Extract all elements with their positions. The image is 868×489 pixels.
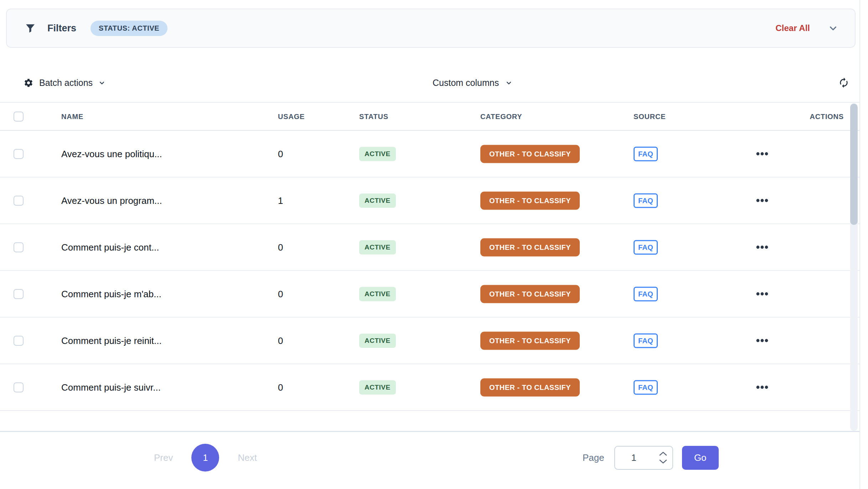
row-category-cell: OTHER - TO CLASSIFY (480, 285, 580, 303)
row-source-cell: FAQ (634, 333, 658, 348)
row-usage: 1 (278, 195, 283, 206)
chevron-down-icon[interactable] (828, 23, 838, 34)
row-usage: 0 (278, 242, 283, 253)
status-active-filter-chip[interactable]: STATUS: ACTIVE (91, 21, 167, 36)
category-badge: OTHER - TO CLASSIFY (480, 191, 580, 210)
row-checkbox[interactable] (14, 289, 24, 299)
row-category-cell: OTHER - TO CLASSIFY (480, 145, 580, 163)
row-status-cell: ACTIVE (359, 287, 396, 301)
table-row-partial (0, 411, 859, 432)
column-header-name: NAME (61, 112, 83, 120)
source-badge: FAQ (634, 287, 658, 301)
row-name: Comment puis-je m'ab... (61, 288, 161, 299)
stepper-down-button[interactable] (659, 459, 667, 464)
select-all-checkbox-cell (14, 112, 24, 122)
source-badge: FAQ (634, 240, 658, 254)
row-status-cell: ACTIVE (359, 380, 396, 395)
row-name: Comment puis-je suivr... (61, 382, 161, 393)
row-actions-menu-button[interactable] (756, 244, 768, 251)
batch-actions-label: Batch actions (39, 78, 93, 88)
row-checkbox-cell (14, 149, 24, 159)
row-category-cell: OTHER - TO CLASSIFY (480, 378, 580, 396)
batch-actions-dropdown[interactable]: Batch actions (24, 78, 105, 88)
status-badge: ACTIVE (359, 194, 396, 208)
row-name: Avez-vous une politiqu... (61, 148, 162, 159)
row-checkbox-cell (14, 242, 24, 252)
row-status-cell: ACTIVE (359, 194, 396, 208)
row-usage: 0 (278, 148, 283, 159)
clear-all-button[interactable]: Clear All (776, 23, 810, 33)
row-category-cell: OTHER - TO CLASSIFY (480, 238, 580, 256)
custom-columns-label: Custom columns (433, 78, 499, 88)
table-row: Comment puis-je suivr... 0 ACTIVE OTHER … (0, 364, 859, 411)
data-table: NAME USAGE STATUS CATEGORY SOURCE ACTION… (0, 102, 859, 432)
row-name: Avez-vous un program... (61, 195, 162, 206)
pagination-controls: Prev 1 Next (154, 444, 257, 472)
page-label: Page (583, 452, 604, 463)
row-source-cell: FAQ (634, 240, 658, 254)
row-checkbox-cell (14, 382, 24, 392)
source-badge: FAQ (634, 333, 658, 348)
funnel-icon (25, 22, 36, 34)
stepper-up-button[interactable] (659, 452, 667, 456)
row-checkbox[interactable] (14, 336, 24, 346)
row-checkbox[interactable] (14, 382, 24, 392)
row-name: Comment puis-je cont... (61, 242, 159, 253)
page-edge-divider (859, 0, 860, 489)
row-checkbox[interactable] (14, 149, 24, 159)
category-badge: OTHER - TO CLASSIFY (480, 145, 580, 163)
row-actions-menu-button[interactable] (756, 291, 768, 297)
category-badge: OTHER - TO CLASSIFY (480, 285, 580, 303)
go-button[interactable]: Go (682, 446, 719, 470)
filters-bar-right: Clear All (776, 23, 838, 34)
ellipsis-icon (756, 291, 768, 297)
row-usage: 0 (278, 335, 283, 346)
row-name: Comment puis-je reinit... (61, 335, 162, 346)
row-usage: 0 (278, 288, 283, 299)
row-checkbox[interactable] (14, 242, 24, 252)
source-badge: FAQ (634, 380, 658, 395)
current-page-button[interactable]: 1 (191, 444, 219, 472)
page-input-value: 1 (631, 452, 636, 463)
row-checkbox[interactable] (14, 196, 24, 206)
row-actions-menu-button[interactable] (756, 338, 768, 344)
page-input-stepper (659, 452, 667, 464)
column-header-actions: ACTIONS (810, 112, 844, 120)
ellipsis-icon (756, 338, 768, 344)
page-number-input[interactable]: 1 (614, 446, 673, 470)
row-category-cell: OTHER - TO CLASSIFY (480, 331, 580, 350)
row-actions-menu-button[interactable] (756, 197, 768, 204)
table-scrollbar-thumb[interactable] (850, 104, 858, 225)
ellipsis-icon (756, 244, 768, 250)
column-header-usage: USAGE (278, 112, 305, 120)
row-actions-menu-button[interactable] (756, 151, 768, 157)
chevron-down-icon (505, 79, 512, 86)
row-source-cell: FAQ (634, 287, 658, 301)
row-status-cell: ACTIVE (359, 240, 396, 254)
source-badge: FAQ (634, 193, 658, 208)
chevron-down-icon (98, 79, 105, 86)
prev-page-button[interactable]: Prev (154, 452, 173, 463)
row-checkbox-cell (14, 336, 24, 346)
select-all-checkbox[interactable] (14, 112, 24, 122)
row-source-cell: FAQ (634, 193, 658, 208)
row-category-cell: OTHER - TO CLASSIFY (480, 191, 580, 210)
category-badge: OTHER - TO CLASSIFY (480, 238, 580, 256)
table-body: Avez-vous une politiqu... 0 ACTIVE OTHER… (0, 131, 859, 432)
row-source-cell: FAQ (634, 380, 658, 395)
refresh-button[interactable] (838, 77, 849, 88)
table-scrollbar-track[interactable] (850, 103, 858, 431)
category-badge: OTHER - TO CLASSIFY (480, 331, 580, 350)
next-page-button[interactable]: Next (238, 452, 257, 463)
row-checkbox-cell (14, 289, 24, 299)
row-actions-menu-button[interactable] (756, 384, 768, 391)
status-badge: ACTIVE (359, 334, 396, 348)
custom-columns-dropdown[interactable]: Custom columns (433, 78, 512, 88)
ellipsis-icon (756, 197, 768, 204)
table-row: Comment puis-je cont... 0 ACTIVE OTHER -… (0, 224, 859, 271)
category-badge: OTHER - TO CLASSIFY (480, 378, 580, 396)
table-row: Avez-vous un program... 1 ACTIVE OTHER -… (0, 177, 859, 224)
filters-bar-left: Filters STATUS: ACTIVE (25, 21, 167, 36)
row-usage: 0 (278, 382, 283, 393)
ellipsis-icon (756, 384, 768, 390)
